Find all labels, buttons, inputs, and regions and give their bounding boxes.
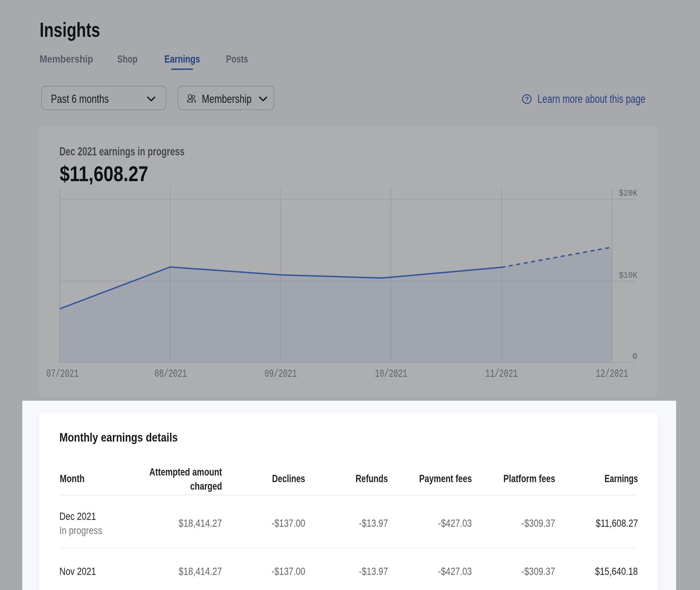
svg-text:11/2021: 11/2021 [485, 368, 518, 380]
svg-text:09/2021: 09/2021 [265, 368, 297, 380]
svg-text:0: 0 [632, 352, 637, 361]
svg-text:$10K: $10K [619, 271, 637, 280]
svg-text:$20K: $20K [619, 188, 637, 198]
svg-text:08/2021: 08/2021 [155, 368, 187, 380]
svg-text:?: ? [525, 96, 529, 103]
svg-text:07/2021: 07/2021 [46, 368, 79, 380]
svg-text:10/2021: 10/2021 [375, 368, 407, 380]
svg-text:12/2021: 12/2021 [596, 368, 628, 380]
